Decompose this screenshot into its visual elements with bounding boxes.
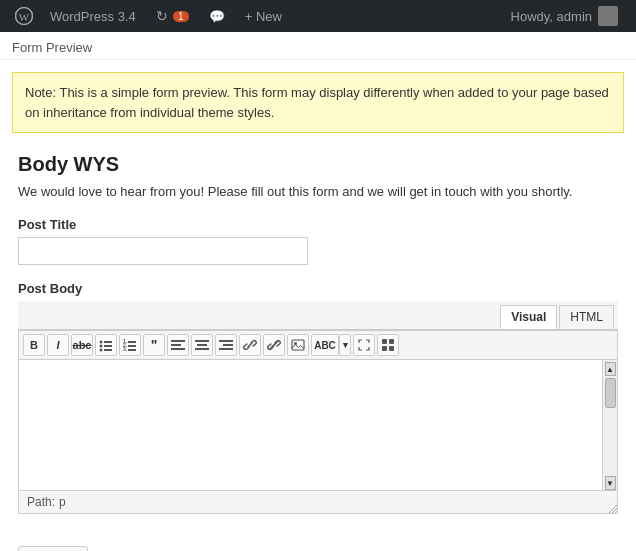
admin-bar: W WordPress 3.4 ↻ 1 💬 + New Howdy, admin: [0, 0, 636, 32]
toolbar-remove-link[interactable]: [263, 334, 285, 356]
scroll-up-arrow[interactable]: ▲: [605, 362, 616, 376]
editor-wrap: B I abc 1.2.3. ": [18, 330, 618, 514]
wp-logo[interactable]: W: [8, 0, 40, 32]
tab-html[interactable]: HTML: [559, 305, 614, 329]
editor-content-area[interactable]: [19, 360, 602, 490]
toolbar-spellcheck-group: ABC ▾: [311, 334, 351, 356]
updates-count: 1: [173, 11, 189, 22]
svg-text:3.: 3.: [123, 346, 128, 352]
page-wrap: Form Preview Note: This is a simple form…: [0, 32, 636, 551]
editor-outer: Visual HTML B I abc: [18, 301, 618, 514]
editor-content-row: ▲ ▼: [19, 360, 617, 490]
svg-rect-28: [382, 346, 387, 351]
svg-rect-17: [195, 340, 209, 342]
svg-rect-14: [171, 340, 185, 342]
svg-rect-18: [197, 344, 207, 346]
svg-rect-5: [104, 345, 112, 347]
toolbar-italic[interactable]: I: [47, 334, 69, 356]
site-name-text: WordPress 3.4: [50, 9, 136, 24]
tab-visual[interactable]: Visual: [500, 305, 557, 329]
svg-rect-19: [195, 348, 209, 350]
site-name-link[interactable]: WordPress 3.4: [40, 0, 146, 32]
editor-scrollbar: ▲ ▼: [602, 360, 617, 490]
svg-rect-20: [219, 340, 233, 342]
editor-toolbar: B I abc 1.2.3. ": [19, 331, 617, 360]
svg-point-6: [100, 349, 103, 352]
toolbar-align-right[interactable]: [215, 334, 237, 356]
form-description: We would love to hear from you! Please f…: [18, 184, 618, 199]
post-body-field-group: Post Body Visual HTML B: [18, 281, 618, 514]
post-title-label: Post Title: [18, 217, 618, 232]
svg-rect-15: [171, 344, 181, 346]
svg-rect-13: [128, 349, 136, 351]
editor-path-label: Path:: [27, 495, 55, 509]
svg-rect-3: [104, 341, 112, 343]
svg-rect-16: [171, 348, 185, 350]
howdy-text: Howdy, admin: [511, 9, 592, 24]
user-menu[interactable]: Howdy, admin: [501, 0, 628, 32]
toolbar-insert-link[interactable]: [239, 334, 261, 356]
adminbar-right: Howdy, admin: [501, 0, 628, 32]
svg-text:W: W: [19, 11, 30, 23]
form-title: Body WYS: [18, 153, 618, 176]
breadcrumb-text: Form Preview: [12, 40, 92, 55]
comments-link[interactable]: 💬: [199, 0, 235, 32]
svg-rect-29: [389, 346, 394, 351]
toolbar-insert-image[interactable]: [287, 334, 309, 356]
toolbar-blockquote[interactable]: ": [143, 334, 165, 356]
svg-point-2: [100, 341, 103, 344]
svg-rect-11: [128, 345, 136, 347]
scroll-thumb[interactable]: [605, 378, 616, 408]
editor-path-value: p: [59, 495, 66, 509]
updates-link[interactable]: ↻ 1: [146, 0, 199, 32]
toolbar-ol[interactable]: 1.2.3.: [119, 334, 141, 356]
notice-text: Note: This is a simple form preview. Thi…: [25, 85, 609, 120]
toolbar-bold[interactable]: B: [23, 334, 45, 356]
form-container: Body WYS We would love to hear from you!…: [0, 141, 636, 551]
toolbar-ul[interactable]: [95, 334, 117, 356]
svg-rect-26: [382, 339, 387, 344]
notice-box: Note: This is a simple form preview. Thi…: [12, 72, 624, 133]
comments-icon: 💬: [209, 9, 225, 24]
post-title-input[interactable]: [18, 237, 308, 265]
scroll-down-arrow[interactable]: ▼: [605, 476, 616, 490]
updates-icon: ↻: [156, 8, 168, 24]
editor-path-bar: Path: p: [19, 490, 617, 513]
toolbar-spellcheck-dropdown[interactable]: ▾: [339, 334, 351, 356]
svg-rect-9: [128, 341, 136, 343]
toolbar-kitchen-sink[interactable]: [377, 334, 399, 356]
new-content-link[interactable]: + New: [235, 0, 292, 32]
post-body-label: Post Body: [18, 281, 618, 296]
svg-line-23: [270, 341, 278, 349]
new-content-label: + New: [245, 9, 282, 24]
toolbar-strikethrough[interactable]: abc: [71, 334, 93, 356]
svg-rect-7: [104, 349, 112, 351]
breadcrumb: Form Preview: [0, 32, 636, 60]
svg-rect-21: [223, 344, 233, 346]
toolbar-spellcheck[interactable]: ABC: [311, 334, 339, 356]
svg-rect-22: [219, 348, 233, 350]
svg-point-4: [100, 345, 103, 348]
toolbar-align-center[interactable]: [191, 334, 213, 356]
svg-rect-24: [292, 340, 304, 350]
toolbar-fullscreen[interactable]: [353, 334, 375, 356]
avatar: [598, 6, 618, 26]
svg-rect-27: [389, 339, 394, 344]
svg-line-32: [615, 511, 617, 513]
editor-tabs: Visual HTML: [18, 301, 618, 330]
editor-resize-handle[interactable]: [606, 502, 618, 514]
post-title-field-group: Post Title: [18, 217, 618, 265]
submit-button[interactable]: Submit: [18, 546, 88, 551]
toolbar-align-left[interactable]: [167, 334, 189, 356]
